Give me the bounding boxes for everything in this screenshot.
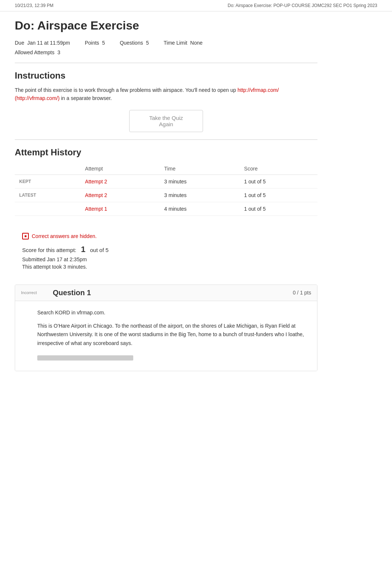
result-section: ■ Correct answers are hidden. Score for … — [15, 227, 317, 277]
attempt-time-1: 3 minutes — [160, 188, 240, 202]
table-row: LATEST Attempt 2 3 minutes 1 out of 5 — [15, 188, 317, 202]
time-limit-value: None — [190, 40, 202, 46]
top-bar: 10/21/23, 12:39 PM Do: Airspace Exercise… — [0, 0, 392, 11]
attempt-link-2[interactable]: Attempt 1 — [80, 202, 160, 215]
score-number: 1 — [81, 245, 85, 254]
question-1-status: Incorrect — [21, 290, 47, 295]
attempt-score-2: 1 out of 5 — [240, 202, 317, 215]
top-bar-date: 10/21/23, 12:39 PM — [15, 3, 54, 8]
instructions-text: The point of this exercise is to work th… — [15, 86, 317, 103]
question-1-header: Incorrect Question 1 0 / 1 pts — [15, 285, 317, 301]
col-header-score: Score — [240, 163, 317, 175]
hidden-notice: ■ Correct answers are hidden. — [22, 233, 310, 239]
score-out-of: out of 5 — [90, 247, 109, 253]
col-header-attempt: Attempt — [80, 163, 160, 175]
meta-allowed-attempts: Allowed Attempts 3 — [15, 49, 317, 55]
due-label: Due — [15, 40, 24, 46]
attempt-tag-0: KEPT — [15, 175, 80, 188]
instructions-text-before: The point of this exercise is to work th… — [15, 87, 236, 93]
time-limit-label: Time Limit — [164, 40, 187, 46]
allowed-attempts-label: Allowed Attempts — [15, 49, 54, 55]
score-info: Score for this attempt: 1 out of 5 — [22, 245, 310, 254]
instructions-title: Instructions — [15, 70, 317, 81]
divider-1 — [15, 63, 317, 63]
table-row: KEPT Attempt 2 3 minutes 1 out of 5 — [15, 175, 317, 188]
instructions-text-after: in a separate browser. — [61, 95, 112, 101]
meta-time-limit: Time Limit None — [164, 40, 203, 46]
question-1-paragraph: This is O'Hare Airport in Chicago. To th… — [37, 322, 310, 348]
points-value: 5 — [102, 40, 105, 46]
col-header-time: Time — [160, 163, 240, 175]
vfrmap-link-alt: (http://vfrmap.com/) — [15, 95, 59, 101]
questions-label: Questions — [120, 40, 143, 46]
quiz-meta: Due Jan 11 at 11:59pm Points 5 Questions… — [15, 40, 317, 55]
meta-points: Points 5 — [85, 40, 105, 46]
attempt-history-title: Attempt History — [15, 147, 317, 158]
questions-value: 5 — [146, 40, 149, 46]
attempt-history-table: Attempt Time Score KEPT Attempt 2 3 minu… — [15, 163, 317, 216]
main-content: Do: Airspace Exercise Due Jan 11 at 11:5… — [0, 11, 332, 379]
meta-questions: Questions 5 — [120, 40, 149, 46]
attempt-time-2: 4 minutes — [160, 202, 240, 215]
question-1-pts: 0 / 1 pts — [293, 290, 311, 296]
attempt-score-0: 1 out of 5 — [240, 175, 317, 188]
hidden-icon: ■ — [22, 233, 29, 239]
hidden-notice-text: Correct answers are hidden. — [32, 233, 97, 239]
attempt-time-0: 3 minutes — [160, 175, 240, 188]
vfrmap-link[interactable]: http://vfrmap.com/ — [237, 87, 279, 93]
points-label: Points — [85, 40, 99, 46]
question-1-title: Question 1 — [53, 289, 293, 297]
time-taken-info: This attempt took 3 minutes. — [22, 264, 310, 270]
top-bar-course: Do: Airspace Exercise: POP-UP COURSE JOM… — [228, 3, 377, 8]
col-header-tag — [15, 163, 80, 175]
question-1-body: Search KORD in vfrmap.com. This is O'Har… — [15, 301, 317, 371]
allowed-attempts-value: 3 — [57, 49, 60, 55]
attempt-tag-2 — [15, 202, 80, 215]
page-title: Do: Airspace Exercise — [15, 19, 317, 32]
divider-2 — [15, 139, 317, 140]
question-1-block: Incorrect Question 1 0 / 1 pts Search KO… — [15, 284, 317, 371]
question-1-prompt: Search KORD in vfrmap.com. — [37, 308, 310, 317]
attempt-link-0[interactable]: Attempt 2 — [80, 175, 160, 188]
attempt-tag-1: LATEST — [15, 188, 80, 202]
attempt-score-1: 1 out of 5 — [240, 188, 317, 202]
submission-info: Submitted Jan 17 at 2:35pm — [22, 256, 310, 262]
attempt-link-1[interactable]: Attempt 2 — [80, 188, 160, 202]
redacted-answer-bar — [37, 355, 133, 361]
take-quiz-button[interactable]: Take the Quiz Again — [129, 110, 203, 132]
due-value: Jan 11 at 11:59pm — [27, 40, 70, 46]
table-row: Attempt 1 4 minutes 1 out of 5 — [15, 202, 317, 215]
meta-due: Due Jan 11 at 11:59pm — [15, 40, 70, 46]
score-label: Score for this attempt: — [22, 247, 76, 253]
